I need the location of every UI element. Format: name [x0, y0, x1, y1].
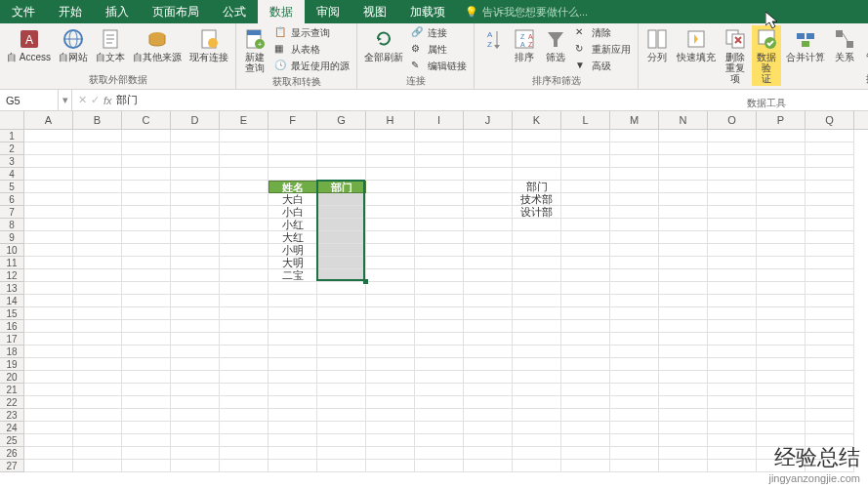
cell-E23[interactable] [220, 409, 269, 422]
cell-G21[interactable] [317, 384, 366, 396]
cell-E8[interactable] [220, 219, 269, 231]
row-header-4[interactable]: 4 [0, 168, 24, 181]
cell-J4[interactable] [464, 168, 513, 181]
cell-I24[interactable] [415, 422, 464, 434]
cell-C17[interactable] [122, 333, 171, 346]
cell-I26[interactable] [415, 447, 464, 460]
cell-Q1[interactable] [806, 130, 854, 142]
row-header-26[interactable]: 26 [0, 447, 24, 460]
refresh-all-button[interactable]: 全部刷新 [361, 25, 406, 64]
cell-Q16[interactable] [806, 320, 854, 333]
cell-K20[interactable] [513, 371, 561, 384]
column-header-B[interactable]: B [73, 111, 122, 129]
cell-L2[interactable] [561, 142, 610, 155]
cell-J23[interactable] [464, 409, 513, 422]
cell-I4[interactable] [415, 168, 464, 181]
cell-D5[interactable] [171, 181, 220, 193]
cell-Q14[interactable] [806, 295, 854, 307]
cell-D27[interactable] [171, 460, 220, 472]
from-other-button[interactable]: 自其他来源 [130, 25, 185, 64]
cell-B5[interactable] [73, 181, 122, 193]
cell-L10[interactable] [561, 244, 610, 257]
cell-O21[interactable] [708, 384, 757, 396]
cell-F9[interactable]: 大红 [269, 231, 317, 244]
advanced-filter-button[interactable]: ▼高级 [572, 59, 634, 74]
cell-H18[interactable] [366, 346, 415, 358]
cell-G17[interactable] [317, 333, 366, 346]
cell-L8[interactable] [561, 219, 610, 231]
cell-Q4[interactable] [806, 168, 854, 181]
sort-button[interactable]: ZAAZ 排序 [510, 25, 539, 64]
cell-Q19[interactable] [806, 358, 854, 371]
cell-E17[interactable] [220, 333, 269, 346]
cell-N10[interactable] [659, 244, 708, 257]
cell-P22[interactable] [757, 396, 806, 409]
cell-H7[interactable] [366, 206, 415, 219]
data-validation-button[interactable]: 数据验 证 [752, 25, 781, 86]
cell-A26[interactable] [24, 447, 73, 460]
flash-fill-button[interactable]: 快速填充 [674, 25, 719, 64]
cell-E26[interactable] [220, 447, 269, 460]
cell-B26[interactable] [73, 447, 122, 460]
cell-K11[interactable] [513, 257, 561, 269]
cell-I13[interactable] [415, 282, 464, 295]
cell-N19[interactable] [659, 358, 708, 371]
cell-A5[interactable] [24, 181, 73, 193]
cell-A4[interactable] [24, 168, 73, 181]
row-header-24[interactable]: 24 [0, 422, 24, 434]
cell-J7[interactable] [464, 206, 513, 219]
cell-K1[interactable] [513, 130, 561, 142]
cell-C24[interactable] [122, 422, 171, 434]
cell-D9[interactable] [171, 231, 220, 244]
cell-K23[interactable] [513, 409, 561, 422]
cell-M7[interactable] [610, 206, 659, 219]
column-header-G[interactable]: G [317, 111, 366, 129]
cell-A22[interactable] [24, 396, 73, 409]
cell-C27[interactable] [122, 460, 171, 472]
cell-D3[interactable] [171, 155, 220, 168]
cell-M10[interactable] [610, 244, 659, 257]
clear-filter-button[interactable]: ✕清除 [572, 25, 634, 41]
cell-G27[interactable] [317, 460, 366, 472]
row-header-14[interactable]: 14 [0, 295, 24, 307]
cell-B23[interactable] [73, 409, 122, 422]
cell-F1[interactable] [269, 130, 317, 142]
cell-D25[interactable] [171, 434, 220, 447]
cell-O9[interactable] [708, 231, 757, 244]
cell-A24[interactable] [24, 422, 73, 434]
cell-B11[interactable] [73, 257, 122, 269]
cell-D6[interactable] [171, 193, 220, 206]
cell-J5[interactable] [464, 181, 513, 193]
name-box-dropdown[interactable]: ▾ [59, 90, 72, 110]
cell-O12[interactable] [708, 269, 757, 282]
cell-C18[interactable] [122, 346, 171, 358]
cell-P7[interactable] [757, 206, 806, 219]
tab-file[interactable]: 文件 [0, 0, 47, 23]
cell-A3[interactable] [24, 155, 73, 168]
cell-M12[interactable] [610, 269, 659, 282]
cell-P2[interactable] [757, 142, 806, 155]
row-header-5[interactable]: 5 [0, 181, 24, 193]
row-header-20[interactable]: 20 [0, 371, 24, 384]
column-header-E[interactable]: E [220, 111, 269, 129]
cell-C7[interactable] [122, 206, 171, 219]
cell-J20[interactable] [464, 371, 513, 384]
cell-E11[interactable] [220, 257, 269, 269]
cell-B17[interactable] [73, 333, 122, 346]
from-web-button[interactable]: 自网站 [56, 25, 91, 64]
cell-O22[interactable] [708, 396, 757, 409]
cell-E22[interactable] [220, 396, 269, 409]
cell-B3[interactable] [73, 155, 122, 168]
cell-E9[interactable] [220, 231, 269, 244]
cell-L26[interactable] [561, 447, 610, 460]
cell-E13[interactable] [220, 282, 269, 295]
cell-Q15[interactable] [806, 307, 854, 320]
cell-D24[interactable] [171, 422, 220, 434]
column-header-H[interactable]: H [366, 111, 415, 129]
cell-M16[interactable] [610, 320, 659, 333]
cell-H5[interactable] [366, 181, 415, 193]
cell-Q2[interactable] [806, 142, 854, 155]
cell-D10[interactable] [171, 244, 220, 257]
cell-I25[interactable] [415, 434, 464, 447]
cell-C19[interactable] [122, 358, 171, 371]
